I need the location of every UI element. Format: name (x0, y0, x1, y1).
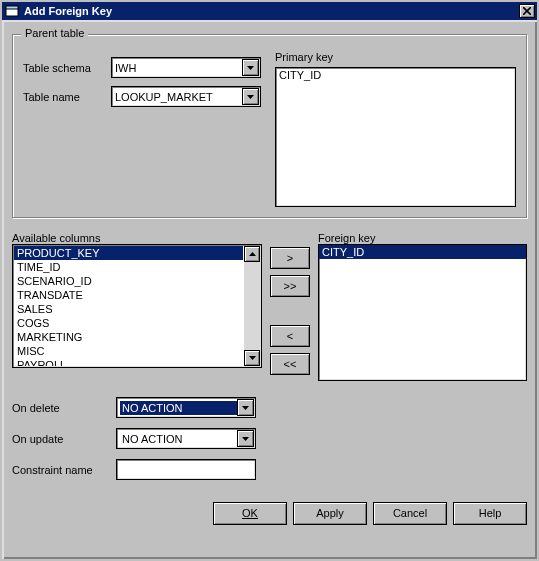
on-delete-combo[interactable]: NO ACTION (116, 397, 256, 418)
scroll-down-icon[interactable] (244, 350, 260, 366)
parent-table-label: Parent table (21, 27, 88, 39)
parent-table-group: Parent table Table schema IWH Table name… (12, 34, 527, 218)
table-schema-label: Table schema (23, 62, 107, 74)
primary-key-label: Primary key (275, 51, 516, 63)
list-item[interactable]: TRANSDATE (14, 288, 243, 302)
chevron-down-icon[interactable] (242, 59, 259, 76)
foreign-key-list[interactable]: CITY_ID (318, 244, 527, 381)
chevron-down-icon[interactable] (237, 399, 254, 416)
svg-rect-0 (6, 6, 18, 16)
table-name-combo[interactable]: LOOKUP_MARKET (111, 86, 261, 107)
list-item[interactable]: PRODUCT_KEY (14, 246, 243, 260)
list-item[interactable]: MISC (14, 344, 243, 358)
available-columns-label: Available columns (12, 232, 262, 244)
app-icon (4, 3, 20, 19)
apply-button[interactable]: Apply (293, 502, 367, 525)
list-item[interactable]: TIME_ID (14, 260, 243, 274)
foreign-key-label: Foreign key (318, 232, 527, 244)
on-delete-label: On delete (12, 402, 112, 414)
table-schema-combo[interactable]: IWH (111, 57, 261, 78)
available-columns-list[interactable]: PRODUCT_KEYTIME_IDSCENARIO_IDTRANSDATESA… (12, 244, 262, 368)
constraint-name-field[interactable] (116, 459, 256, 480)
close-button[interactable] (519, 4, 535, 18)
dialog-body: Parent table Table schema IWH Table name… (0, 20, 539, 561)
on-update-label: On update (12, 433, 112, 445)
list-item[interactable]: MARKETING (14, 330, 243, 344)
add-all-button[interactable]: >> (270, 275, 310, 297)
title-bar: Add Foreign Key (0, 0, 539, 20)
window-title: Add Foreign Key (24, 5, 519, 17)
chevron-down-icon[interactable] (242, 88, 259, 105)
ok-button[interactable]: OK (213, 502, 287, 525)
chevron-down-icon[interactable] (237, 430, 254, 447)
available-scrollbar[interactable] (244, 246, 260, 366)
help-button[interactable]: Help (453, 502, 527, 525)
list-item[interactable]: SCENARIO_ID (14, 274, 243, 288)
scroll-up-icon[interactable] (244, 246, 260, 262)
svg-rect-1 (6, 6, 18, 9)
constraint-name-label: Constraint name (12, 464, 112, 476)
on-update-value: NO ACTION (120, 432, 237, 446)
remove-all-button[interactable]: << (270, 353, 310, 375)
list-item[interactable]: CITY_ID (319, 245, 526, 259)
list-item[interactable]: COGS (14, 316, 243, 330)
list-item[interactable]: SALES (14, 302, 243, 316)
list-item[interactable]: PAYROLL (14, 358, 243, 366)
table-name-label: Table name (23, 91, 107, 103)
on-update-combo[interactable]: NO ACTION (116, 428, 256, 449)
remove-button[interactable]: < (270, 325, 310, 347)
scroll-track[interactable] (244, 262, 260, 350)
table-schema-value: IWH (115, 62, 136, 74)
list-item[interactable]: CITY_ID (276, 68, 515, 82)
add-button[interactable]: > (270, 247, 310, 269)
on-delete-value: NO ACTION (120, 401, 237, 415)
table-name-value: LOOKUP_MARKET (115, 91, 213, 103)
primary-key-list[interactable]: CITY_ID (275, 67, 516, 207)
cancel-button[interactable]: Cancel (373, 502, 447, 525)
